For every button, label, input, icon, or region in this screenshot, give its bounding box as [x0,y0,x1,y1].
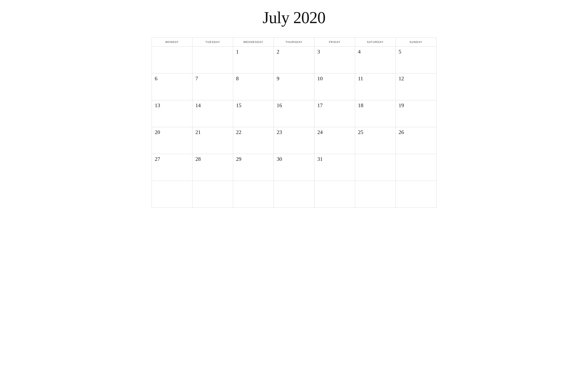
empty-cell [192,47,233,74]
day-cell-13: 13 [152,100,192,127]
day-cell-16: 16 [274,100,314,127]
day-cell-4: 4 [355,47,396,74]
day-number-25: 25 [358,129,363,135]
day-number-1: 1 [236,49,239,55]
day-cell-25: 25 [355,127,396,154]
day-number-13: 13 [155,102,160,108]
day-number-14: 14 [195,102,201,108]
day-number-12: 12 [399,76,404,82]
day-number-17: 17 [317,102,323,108]
day-number-5: 5 [399,49,401,55]
empty-cell [355,154,396,181]
day-cell-7: 7 [192,74,233,100]
day-number-2: 2 [277,49,279,55]
day-header-sunday: SUNDAY [396,38,436,47]
calendar-title: July 2020 [263,8,325,27]
day-number-11: 11 [358,76,363,82]
day-cell-19: 19 [396,100,436,127]
empty-cell [233,181,274,208]
day-number-28: 28 [195,156,201,162]
day-number-29: 29 [236,156,241,162]
day-number-8: 8 [236,76,239,82]
day-cell-26: 26 [396,127,436,154]
day-cell-8: 8 [233,74,274,100]
day-cell-28: 28 [192,154,233,181]
day-cell-2: 2 [274,47,314,74]
empty-cell [314,181,355,208]
day-number-4: 4 [358,49,361,55]
empty-cell [152,181,192,208]
day-header-saturday: SATURDAY [355,38,396,47]
day-cell-18: 18 [355,100,396,127]
day-cell-1: 1 [233,47,274,74]
day-cell-9: 9 [274,74,314,100]
day-cell-5: 5 [396,47,436,74]
day-cell-17: 17 [314,100,355,127]
day-cell-29: 29 [233,154,274,181]
empty-cell [192,181,233,208]
empty-cell [355,181,396,208]
day-number-20: 20 [155,129,160,135]
day-number-15: 15 [236,102,241,108]
day-number-23: 23 [277,129,282,135]
day-cell-21: 21 [192,127,233,154]
calendar-container: MONDAYTUESDAYWEDNESDAYTHURSDAYFRIDAYSATU… [152,37,436,208]
empty-cell [396,181,436,208]
day-number-31: 31 [317,156,323,162]
day-cell-6: 6 [152,74,192,100]
day-header-thursday: THURSDAY [274,38,314,47]
day-header-wednesday: WEDNESDAY [233,38,274,47]
day-number-19: 19 [399,102,404,108]
empty-cell [396,154,436,181]
day-header-tuesday: TUESDAY [192,38,233,47]
day-cell-14: 14 [192,100,233,127]
day-number-27: 27 [155,156,160,162]
empty-cell [274,181,314,208]
day-number-24: 24 [317,129,323,135]
day-cell-30: 30 [274,154,314,181]
day-number-16: 16 [277,102,282,108]
day-number-10: 10 [317,76,323,82]
calendar-grid: MONDAYTUESDAYWEDNESDAYTHURSDAYFRIDAYSATU… [152,37,436,208]
day-number-6: 6 [155,76,157,82]
day-number-3: 3 [317,49,320,55]
day-cell-20: 20 [152,127,192,154]
day-number-30: 30 [277,156,282,162]
day-cell-15: 15 [233,100,274,127]
day-cell-10: 10 [314,74,355,100]
day-cell-23: 23 [274,127,314,154]
day-cell-3: 3 [314,47,355,74]
empty-cell [152,47,192,74]
day-number-26: 26 [399,129,404,135]
day-number-18: 18 [358,102,363,108]
day-cell-12: 12 [396,74,436,100]
day-cell-27: 27 [152,154,192,181]
day-header-friday: FRIDAY [314,38,355,47]
day-cell-24: 24 [314,127,355,154]
day-number-21: 21 [195,129,201,135]
day-number-9: 9 [277,76,279,82]
day-number-22: 22 [236,129,241,135]
day-number-7: 7 [195,76,198,82]
day-cell-22: 22 [233,127,274,154]
day-cell-11: 11 [355,74,396,100]
day-header-monday: MONDAY [152,38,192,47]
day-cell-31: 31 [314,154,355,181]
